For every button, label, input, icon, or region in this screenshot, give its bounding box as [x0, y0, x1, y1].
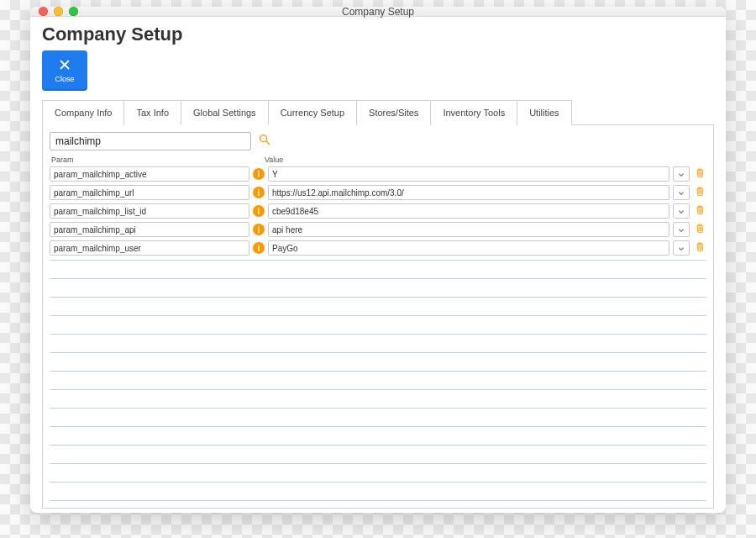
- empty-row: [50, 372, 706, 390]
- titlebar: Company Setup: [30, 7, 726, 17]
- trash-icon: [695, 240, 706, 256]
- search-input[interactable]: [50, 132, 251, 150]
- param-cell[interactable]: param_mailchimp_url: [50, 185, 249, 200]
- empty-row: [50, 427, 706, 446]
- chevron-down-icon: [678, 203, 685, 219]
- param-rows: param_mailchimp_activeiYparam_mailchimp_…: [50, 166, 706, 256]
- value-cell[interactable]: cbe9d18e45: [268, 203, 669, 219]
- tab-label: Currency Setup: [281, 108, 344, 118]
- tab-label: Global Settings: [193, 108, 256, 118]
- tab-label: Tax Info: [136, 108, 169, 118]
- dropdown-button[interactable]: [673, 240, 690, 256]
- info-icon[interactable]: i: [253, 224, 265, 235]
- tab-inventory-tools[interactable]: Inventory Tools: [430, 100, 517, 125]
- header-value: Value: [265, 156, 706, 164]
- trash-icon: [695, 222, 706, 237]
- chevron-down-icon: [678, 240, 685, 256]
- info-icon[interactable]: i: [253, 187, 265, 198]
- empty-row: [50, 390, 706, 409]
- table-headers: Param Value: [50, 154, 706, 166]
- tab-label: Company Info: [55, 108, 112, 118]
- tab-label: Inventory Tools: [443, 108, 505, 118]
- content-area: Company Setup Close Company Info Tax Inf…: [30, 17, 726, 520]
- chevron-down-icon: [678, 222, 685, 237]
- info-icon[interactable]: i: [253, 168, 265, 180]
- param-cell[interactable]: param_mailchimp_api: [50, 222, 249, 237]
- tab-stores-sites[interactable]: Stores/Sites: [356, 100, 431, 125]
- delete-button[interactable]: [693, 240, 706, 256]
- tab-global-settings[interactable]: Global Settings: [181, 100, 269, 125]
- delete-button[interactable]: [693, 203, 706, 219]
- dropdown-button[interactable]: [673, 203, 690, 219]
- delete-button[interactable]: [693, 185, 706, 200]
- tab-currency-setup[interactable]: Currency Setup: [268, 100, 357, 125]
- param-cell[interactable]: param_mailchimp_user: [50, 240, 249, 256]
- value-cell[interactable]: https://us12.api.mailchimp.com/3.0/: [268, 185, 669, 200]
- param-cell[interactable]: param_mailchimp_active: [50, 166, 249, 182]
- empty-row: [50, 483, 706, 501]
- empty-row: [50, 464, 706, 483]
- info-icon[interactable]: i: [253, 242, 265, 254]
- svg-point-0: [260, 135, 267, 142]
- settings-panel: Param Value param_mailchimp_activeiYpara…: [42, 124, 714, 509]
- empty-row: [50, 316, 706, 335]
- page-title: Company Setup: [42, 24, 714, 45]
- table-row: param_mailchimp_list_idicbe9d18e45: [50, 203, 706, 219]
- search-icon[interactable]: [258, 133, 271, 150]
- window-title: Company Setup: [30, 6, 726, 18]
- empty-row: [50, 335, 706, 353]
- header-param: Param: [51, 156, 265, 164]
- close-button-label: Close: [55, 75, 74, 83]
- tab-bar: Company Info Tax Info Global Settings Cu…: [42, 99, 714, 124]
- empty-row: [50, 279, 706, 298]
- dropdown-button[interactable]: [673, 185, 690, 200]
- value-cell[interactable]: Y: [268, 166, 669, 182]
- value-cell[interactable]: api here: [268, 222, 669, 237]
- delete-button[interactable]: [693, 222, 706, 237]
- table-row: param_mailchimp_activeiY: [50, 166, 706, 182]
- info-icon[interactable]: i: [253, 205, 265, 217]
- dropdown-button[interactable]: [673, 222, 690, 237]
- param-cell[interactable]: param_mailchimp_list_id: [50, 203, 249, 219]
- empty-row: [50, 261, 706, 279]
- app-window: Company Setup Company Setup Close Compan…: [30, 7, 726, 513]
- chevron-down-icon: [678, 185, 685, 200]
- delete-button[interactable]: [693, 166, 706, 182]
- tab-label: Stores/Sites: [369, 108, 418, 118]
- empty-rows: [50, 260, 706, 501]
- empty-row: [50, 446, 706, 464]
- dropdown-button[interactable]: [673, 166, 690, 182]
- close-icon: [59, 59, 71, 72]
- empty-row: [50, 298, 706, 316]
- tab-utilities[interactable]: Utilities: [517, 100, 571, 125]
- table-row: param_mailchimp_useriPayGo: [50, 240, 706, 256]
- trash-icon: [695, 203, 706, 219]
- close-button[interactable]: Close: [42, 50, 87, 91]
- trash-icon: [695, 185, 706, 200]
- svg-line-1: [266, 141, 270, 145]
- tab-tax-info[interactable]: Tax Info: [123, 100, 181, 125]
- search-row: [50, 132, 706, 150]
- table-row: param_mailchimp_apiiapi here: [50, 221, 706, 238]
- chevron-down-icon: [678, 166, 685, 182]
- empty-row: [50, 409, 706, 427]
- tab-label: Utilities: [529, 108, 559, 118]
- value-cell[interactable]: PayGo: [268, 240, 669, 256]
- trash-icon: [695, 166, 706, 182]
- table-row: param_mailchimp_urlihttps://us12.api.mai…: [50, 184, 706, 201]
- empty-row: [50, 353, 706, 372]
- tab-company-info[interactable]: Company Info: [42, 100, 124, 125]
